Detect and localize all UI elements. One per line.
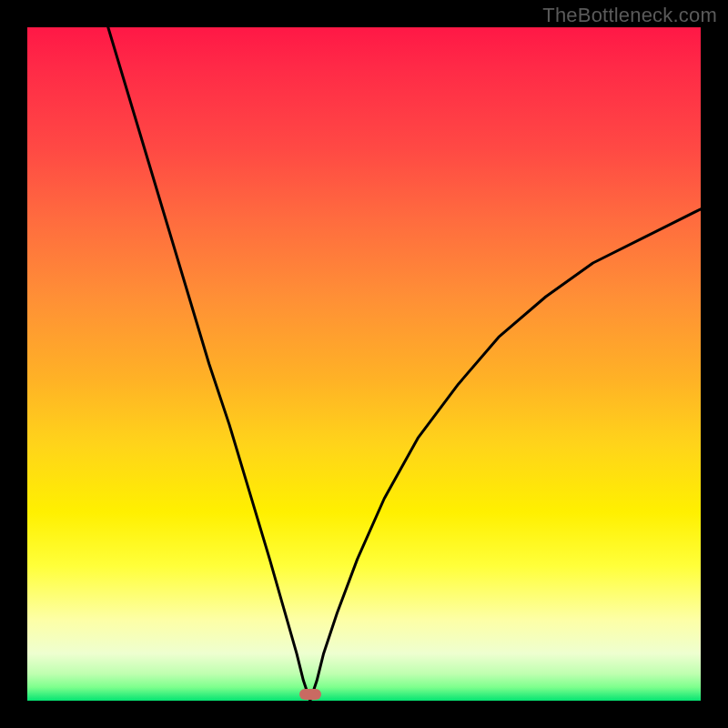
plot-area [27,27,701,701]
bottleneck-curve [27,27,701,701]
watermark-text: TheBottleneck.com [542,4,717,27]
chart-frame: TheBottleneck.com [0,0,728,728]
curve-path [108,27,701,701]
minimum-marker [299,689,321,700]
